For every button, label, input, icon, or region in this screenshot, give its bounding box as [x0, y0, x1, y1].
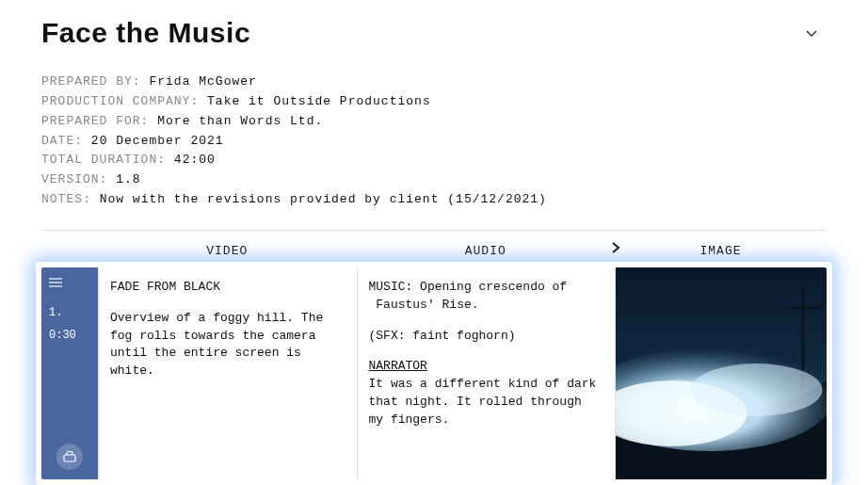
- header-image: IMAGE: [615, 238, 827, 264]
- drag-handle-icon[interactable]: [49, 277, 90, 291]
- audio-text-2: (SFX: faint foghorn): [369, 328, 604, 346]
- storyboard-row[interactable]: 1. 0:30 FADE FROM BLACK Overview of a fo…: [41, 267, 827, 479]
- row-timecode: 0:30: [49, 329, 90, 342]
- grid-header: VIDEO AUDIO IMAGE: [41, 238, 827, 264]
- svg-point-9: [691, 364, 823, 416]
- row-number: 1.: [49, 306, 90, 319]
- row-gutter: 1. 0:30: [41, 267, 98, 479]
- meta-label-total-duration: TOTAL DURATION:: [41, 153, 166, 167]
- chevron-right-icon[interactable]: [611, 242, 620, 257]
- svg-rect-6: [785, 307, 823, 309]
- meta-label-production-company: PRODUCTION COMPANY:: [41, 94, 199, 108]
- header-gutter: [41, 238, 98, 264]
- page-title: Face the Music: [41, 17, 250, 49]
- toolbox-icon[interactable]: [56, 444, 83, 470]
- header-audio-label: AUDIO: [465, 244, 506, 258]
- svg-rect-3: [64, 455, 75, 461]
- meta-label-date: DATE:: [41, 134, 83, 148]
- header-audio: AUDIO: [357, 238, 616, 264]
- title-row: Face the Music: [41, 17, 827, 49]
- audio-narrator-label: NARRATOR: [369, 359, 427, 373]
- storyboard-page: Face the Music PREPARED BY: Frida McGowe…: [0, 0, 868, 485]
- meta-label-prepared-for: PREPARED FOR:: [41, 114, 149, 128]
- meta-block: PREPARED BY: Frida McGower PRODUCTION CO…: [41, 73, 827, 209]
- audio-text-3: It was a different kind of dark that nig…: [369, 376, 604, 429]
- meta-value-date: 20 December 2021: [91, 134, 224, 148]
- meta-value-total-duration: 42:00: [174, 153, 216, 167]
- header-video: VIDEO: [98, 238, 357, 264]
- meta-value-notes: Now with the revisions provided by clien…: [100, 192, 547, 206]
- storyboard-thumbnail: [616, 267, 827, 479]
- section-divider: [41, 230, 827, 231]
- meta-label-notes: NOTES:: [41, 192, 91, 206]
- chevron-down-icon[interactable]: [796, 20, 827, 46]
- video-cell[interactable]: FADE FROM BLACK Overview of a foggy hill…: [98, 267, 357, 479]
- video-text-2: Overview of a foggy hill. The fog rolls …: [110, 310, 346, 380]
- meta-value-version: 1.8: [116, 172, 140, 186]
- audio-text-1: MUSIC: Opening crescendo of Faustus' Ris…: [369, 279, 604, 315]
- storyboard-row-wrap: 1. 0:30 FADE FROM BLACK Overview of a fo…: [41, 267, 827, 479]
- meta-value-production-company: Take it Outside Productions: [207, 94, 431, 108]
- meta-value-prepared-by: Frida McGower: [149, 74, 256, 89]
- image-cell[interactable]: [615, 267, 827, 479]
- meta-value-prepared-for: More than Words Ltd.: [157, 114, 323, 128]
- video-text-1: FADE FROM BLACK: [110, 279, 346, 297]
- meta-label-prepared-by: PREPARED BY:: [41, 74, 141, 89]
- audio-cell[interactable]: MUSIC: Opening crescendo of Faustus' Ris…: [357, 267, 616, 479]
- meta-label-version: VERSION:: [41, 172, 107, 186]
